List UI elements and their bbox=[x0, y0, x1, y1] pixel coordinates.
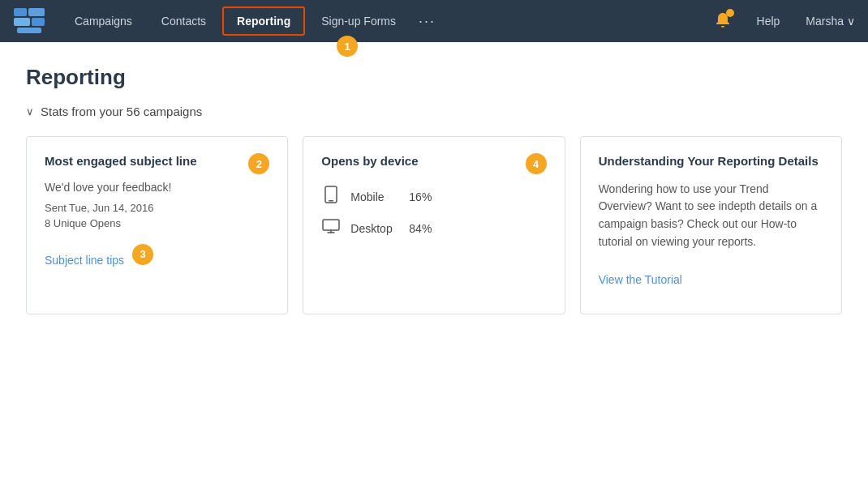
annotation-badge-3: 3 bbox=[132, 244, 153, 265]
notification-badge bbox=[726, 9, 734, 17]
cards-row: Most engaged subject line 2 We'd love yo… bbox=[26, 136, 842, 314]
nav-right: Help Marsha ∨ bbox=[715, 8, 855, 34]
subject-line-tips-link[interactable]: Subject line tips bbox=[45, 254, 124, 267]
tutorial-card-body: Wondering how to use your Trend Overview… bbox=[599, 181, 823, 251]
svg-rect-7 bbox=[323, 220, 339, 230]
mobile-pct: 16% bbox=[409, 190, 432, 203]
tutorial-card-title: Understanding Your Reporting Details bbox=[599, 153, 823, 169]
tutorial-card: Understanding Your Reporting Details Won… bbox=[580, 136, 842, 314]
notifications-bell[interactable] bbox=[715, 11, 731, 32]
svg-rect-1 bbox=[28, 8, 45, 16]
subject-line-opens: 8 Unique Opens bbox=[45, 217, 269, 229]
user-chevron-icon: ∨ bbox=[847, 15, 855, 28]
main-content: Reporting ∨ Stats from your 56 campaigns… bbox=[0, 42, 868, 479]
annotation-badge-4: 4 bbox=[526, 153, 547, 174]
stats-header: ∨ Stats from your 56 campaigns bbox=[26, 105, 842, 118]
stats-chevron-icon[interactable]: ∨ bbox=[26, 105, 34, 118]
desktop-pct: 84% bbox=[409, 222, 432, 235]
annotation-badge-1: 1 bbox=[337, 36, 358, 57]
svg-rect-3 bbox=[32, 18, 45, 26]
subject-line-body: We'd love your feedback! bbox=[45, 181, 269, 194]
svg-rect-6 bbox=[329, 200, 333, 202]
stats-label: Stats from your 56 campaigns bbox=[41, 105, 202, 118]
subject-line-card-title: Most engaged subject line bbox=[45, 153, 242, 169]
top-navigation: Campaigns Contacts Reporting Sign-up For… bbox=[0, 0, 868, 42]
desktop-device-icon bbox=[321, 219, 341, 237]
annotation-badge-2: 2 bbox=[248, 153, 269, 174]
subject-line-sent: Sent Tue, Jun 14, 2016 bbox=[45, 202, 269, 214]
mobile-device-icon bbox=[321, 186, 341, 207]
opens-by-device-card: Opens by device 4 Mobile 16% bbox=[303, 136, 565, 314]
subject-line-card: Most engaged subject line 2 We'd love yo… bbox=[26, 136, 288, 314]
tutorial-link[interactable]: View the Tutorial bbox=[599, 273, 682, 286]
nav-reporting[interactable]: Reporting bbox=[222, 6, 305, 36]
nav-user-menu[interactable]: Marsha ∨ bbox=[806, 15, 855, 28]
nav-more[interactable]: ··· bbox=[412, 6, 442, 36]
desktop-label: Desktop bbox=[350, 222, 399, 235]
nav-items: Campaigns Contacts Reporting Sign-up For… bbox=[62, 6, 715, 36]
mobile-label: Mobile bbox=[350, 190, 399, 203]
page-title: Reporting bbox=[26, 65, 842, 90]
device-desktop-row: Desktop 84% bbox=[321, 219, 546, 237]
nav-help[interactable]: Help bbox=[744, 8, 793, 34]
opens-device-card-title: Opens by device bbox=[321, 153, 518, 169]
svg-rect-2 bbox=[14, 18, 30, 26]
nav-signup-forms[interactable]: Sign-up Forms bbox=[308, 8, 409, 34]
nav-campaigns[interactable]: Campaigns bbox=[62, 8, 145, 34]
svg-rect-4 bbox=[17, 28, 41, 33]
nav-contacts[interactable]: Contacts bbox=[148, 8, 219, 34]
device-mobile-row: Mobile 16% bbox=[321, 186, 546, 207]
svg-rect-0 bbox=[14, 8, 27, 16]
logo[interactable] bbox=[13, 7, 45, 35]
